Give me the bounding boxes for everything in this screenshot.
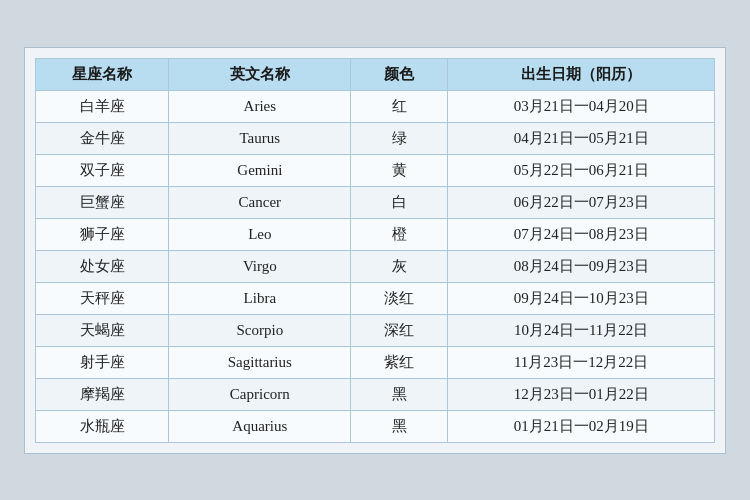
table-row: 白羊座Aries红03月21日一04月20日 xyxy=(36,90,715,122)
table-row: 双子座Gemini黄05月22日一06月21日 xyxy=(36,154,715,186)
cell-color: 紫红 xyxy=(351,346,448,378)
cell-color: 绿 xyxy=(351,122,448,154)
cell-chinese-name: 狮子座 xyxy=(36,218,169,250)
table-row: 狮子座Leo橙07月24日一08月23日 xyxy=(36,218,715,250)
cell-chinese-name: 白羊座 xyxy=(36,90,169,122)
cell-dates: 10月24日一11月22日 xyxy=(448,314,715,346)
cell-chinese-name: 天蝎座 xyxy=(36,314,169,346)
cell-color: 白 xyxy=(351,186,448,218)
cell-english-name: Scorpio xyxy=(169,314,351,346)
cell-dates: 03月21日一04月20日 xyxy=(448,90,715,122)
cell-dates: 01月21日一02月19日 xyxy=(448,410,715,442)
cell-chinese-name: 金牛座 xyxy=(36,122,169,154)
cell-dates: 07月24日一08月23日 xyxy=(448,218,715,250)
table-row: 天蝎座Scorpio深红10月24日一11月22日 xyxy=(36,314,715,346)
cell-english-name: Cancer xyxy=(169,186,351,218)
table-row: 天秤座Libra淡红09月24日一10月23日 xyxy=(36,282,715,314)
cell-english-name: Taurus xyxy=(169,122,351,154)
cell-color: 灰 xyxy=(351,250,448,282)
header-english-name: 英文名称 xyxy=(169,58,351,90)
header-dates: 出生日期（阳历） xyxy=(448,58,715,90)
cell-english-name: Virgo xyxy=(169,250,351,282)
table-row: 金牛座Taurus绿04月21日一05月21日 xyxy=(36,122,715,154)
cell-dates: 09月24日一10月23日 xyxy=(448,282,715,314)
cell-english-name: Sagittarius xyxy=(169,346,351,378)
table-header-row: 星座名称 英文名称 颜色 出生日期（阳历） xyxy=(36,58,715,90)
cell-color: 深红 xyxy=(351,314,448,346)
zodiac-table-container: 星座名称 英文名称 颜色 出生日期（阳历） 白羊座Aries红03月21日一04… xyxy=(24,47,726,454)
cell-chinese-name: 巨蟹座 xyxy=(36,186,169,218)
table-row: 射手座Sagittarius紫红11月23日一12月22日 xyxy=(36,346,715,378)
cell-color: 黑 xyxy=(351,410,448,442)
table-row: 巨蟹座Cancer白06月22日一07月23日 xyxy=(36,186,715,218)
cell-chinese-name: 水瓶座 xyxy=(36,410,169,442)
table-row: 摩羯座Capricorn黑12月23日一01月22日 xyxy=(36,378,715,410)
table-row: 水瓶座Aquarius黑01月21日一02月19日 xyxy=(36,410,715,442)
cell-color: 淡红 xyxy=(351,282,448,314)
header-chinese-name: 星座名称 xyxy=(36,58,169,90)
cell-dates: 08月24日一09月23日 xyxy=(448,250,715,282)
cell-dates: 04月21日一05月21日 xyxy=(448,122,715,154)
zodiac-table: 星座名称 英文名称 颜色 出生日期（阳历） 白羊座Aries红03月21日一04… xyxy=(35,58,715,443)
cell-dates: 05月22日一06月21日 xyxy=(448,154,715,186)
cell-english-name: Libra xyxy=(169,282,351,314)
cell-chinese-name: 摩羯座 xyxy=(36,378,169,410)
cell-english-name: Leo xyxy=(169,218,351,250)
cell-chinese-name: 射手座 xyxy=(36,346,169,378)
cell-english-name: Gemini xyxy=(169,154,351,186)
cell-color: 红 xyxy=(351,90,448,122)
table-row: 处女座Virgo灰08月24日一09月23日 xyxy=(36,250,715,282)
cell-chinese-name: 天秤座 xyxy=(36,282,169,314)
cell-dates: 11月23日一12月22日 xyxy=(448,346,715,378)
cell-english-name: Capricorn xyxy=(169,378,351,410)
cell-english-name: Aquarius xyxy=(169,410,351,442)
cell-dates: 06月22日一07月23日 xyxy=(448,186,715,218)
cell-chinese-name: 处女座 xyxy=(36,250,169,282)
cell-color: 黑 xyxy=(351,378,448,410)
cell-color: 橙 xyxy=(351,218,448,250)
cell-color: 黄 xyxy=(351,154,448,186)
header-color: 颜色 xyxy=(351,58,448,90)
cell-chinese-name: 双子座 xyxy=(36,154,169,186)
cell-english-name: Aries xyxy=(169,90,351,122)
cell-dates: 12月23日一01月22日 xyxy=(448,378,715,410)
table-body: 白羊座Aries红03月21日一04月20日金牛座Taurus绿04月21日一0… xyxy=(36,90,715,442)
